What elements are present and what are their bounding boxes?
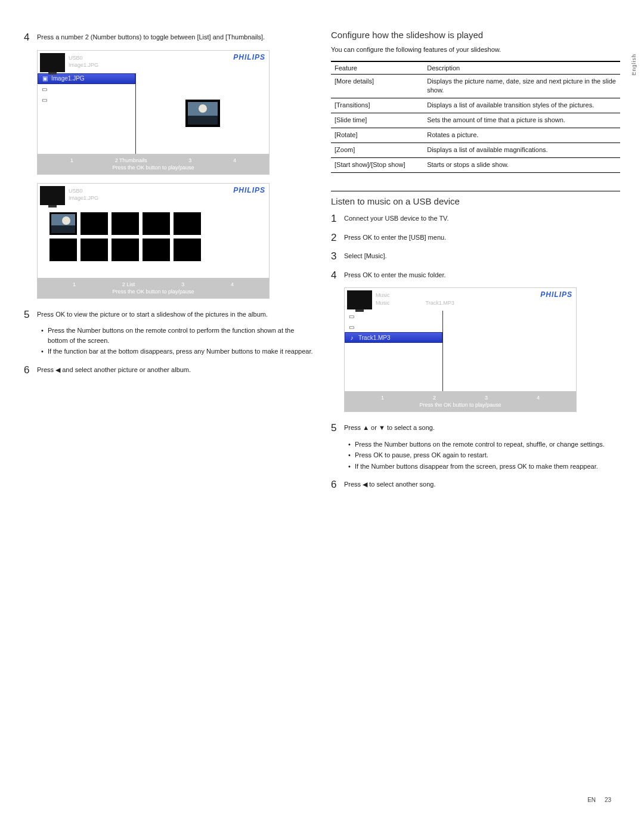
table-row: [Zoom]Displays a list of available magni… bbox=[331, 143, 620, 158]
screen-header-text: USB0 Image1.JPG bbox=[69, 186, 233, 202]
screen-path: Image1.JPG bbox=[69, 61, 233, 69]
cell-desc: Starts or stops a slide show. bbox=[423, 158, 620, 173]
bullet-item: Press the Number buttons on the remote c… bbox=[37, 326, 313, 345]
step-text: Press OK to view the picture or to start… bbox=[37, 307, 268, 323]
language-side-label: English bbox=[631, 54, 637, 76]
thumb-cell[interactable] bbox=[49, 212, 77, 235]
step-number: 5 bbox=[24, 307, 37, 323]
thumb-cell[interactable] bbox=[174, 239, 201, 261]
cell-feature: [Transitions] bbox=[331, 98, 423, 113]
thumbnail-grid bbox=[38, 206, 269, 278]
step-text: Select [Music]. bbox=[344, 249, 387, 264]
grid-row bbox=[49, 239, 257, 261]
left-step-6: 6 Press ◀ and select another picture or … bbox=[24, 363, 313, 378]
bullet-text: If the function bar at the bottom disapp… bbox=[48, 346, 313, 357]
table-row: [More details]Displays the picture name,… bbox=[331, 74, 620, 98]
table-row: [Transitions]Displays a list of availabl… bbox=[331, 98, 620, 113]
left-step-5: 5 Press OK to view the picture or to sta… bbox=[24, 307, 313, 323]
screen-header: USB0 Image1.JPG PHILIPS bbox=[38, 184, 269, 206]
cell-feature: [Slide time] bbox=[331, 113, 423, 128]
screen-header: Music Music Track1.MP3 PHILIPS bbox=[345, 288, 576, 311]
footer-hint: Press the OK button to play/pause bbox=[38, 165, 269, 171]
opt-3: 3 bbox=[485, 395, 488, 401]
opt-3: 3 bbox=[181, 281, 184, 287]
thumb-image bbox=[51, 214, 75, 233]
thumb-cell[interactable] bbox=[112, 239, 139, 261]
cell-feature: [More details] bbox=[331, 74, 423, 98]
table-row: [Rotate]Rotates a picture. bbox=[331, 128, 620, 143]
thumb-cell[interactable] bbox=[112, 212, 139, 235]
step-number: 2 bbox=[331, 230, 344, 246]
opt-2: 2 Thumbnails bbox=[115, 157, 147, 163]
thumb-cell[interactable] bbox=[143, 212, 170, 235]
opt-2: 2 bbox=[433, 395, 436, 401]
folder-icon bbox=[40, 97, 48, 103]
screen-path: Image1.JPG bbox=[69, 194, 233, 202]
thumb-cell[interactable] bbox=[174, 212, 201, 235]
heading-listen-music: Listen to music on a USB device bbox=[331, 191, 620, 206]
step-text: Press OK to enter the music folder. bbox=[344, 268, 446, 283]
step-text: Press ◀ and select another picture or an… bbox=[37, 363, 191, 378]
cell-feature: [Zoom] bbox=[331, 143, 423, 158]
cell-desc: Displays the picture name, date, size an… bbox=[423, 74, 620, 98]
opt-4: 4 bbox=[537, 395, 540, 401]
step-text: Press ◀ to select another song. bbox=[344, 477, 436, 493]
cell-desc: Displays a list of available magniﬁcatio… bbox=[423, 143, 620, 158]
thumb-cell[interactable] bbox=[80, 239, 108, 261]
list-item[interactable] bbox=[38, 84, 135, 95]
step-number: 1 bbox=[331, 211, 344, 227]
th-description: Description bbox=[423, 61, 620, 75]
music-note-icon bbox=[348, 335, 356, 341]
cell-feature: [Start show]/[Stop show] bbox=[331, 158, 423, 173]
folder-icon bbox=[40, 86, 48, 92]
page-columns: 4 Press a number 2 (Number buttons) to t… bbox=[24, 30, 620, 496]
bullet-text: Press OK to pause, press OK again to res… bbox=[355, 450, 488, 460]
step-number: 6 bbox=[24, 363, 37, 378]
thumb-cell[interactable] bbox=[143, 239, 170, 261]
picture-icon bbox=[41, 75, 49, 82]
footer-lang: EN bbox=[587, 797, 596, 803]
footer-options: 1 2 List 3 4 bbox=[38, 281, 269, 287]
screenshot-thumbnail-view: USB0 Image1.JPG PHILIPS bbox=[37, 183, 270, 299]
brand-logo: PHILIPS bbox=[233, 186, 265, 194]
thumb-cell[interactable] bbox=[80, 212, 108, 235]
tv-icon bbox=[347, 290, 372, 309]
music-step-5-bullets: Press the Number buttons on the remote c… bbox=[344, 439, 620, 472]
list-item-selected[interactable]: Image1.JPG bbox=[38, 73, 135, 84]
right-column: Conﬁgure how the slideshow is played You… bbox=[331, 30, 620, 496]
screen-header-text: USB0 Image1.JPG bbox=[69, 53, 233, 69]
screen-footer: 1 2 3 4 Press the OK button to play/paus… bbox=[345, 391, 576, 411]
step-5-bullets: Press the Number buttons on the remote c… bbox=[37, 326, 313, 357]
screenshot-list-view: USB0 Image1.JPG PHILIPS Image1.JPG bbox=[37, 50, 270, 175]
music-step-6: 6 Press ◀ to select another song. bbox=[331, 477, 620, 493]
thumb-cell[interactable] bbox=[49, 239, 77, 261]
list-item[interactable] bbox=[345, 321, 442, 332]
music-step-1: 1 Connect your USB device to the TV. bbox=[331, 211, 620, 227]
opt-1: 1 bbox=[73, 281, 76, 287]
screen-title: USB0 bbox=[69, 187, 233, 195]
footer-options: 1 2 Thumbnails 3 4 bbox=[38, 157, 269, 163]
bullet-text: Press the Number buttons on the remote c… bbox=[48, 326, 313, 345]
bullet-item: Press the Number buttons on the remote c… bbox=[344, 439, 620, 450]
cell-desc: Sets the amount of time that a picture i… bbox=[423, 113, 620, 128]
step-number: 6 bbox=[331, 477, 344, 493]
step-number: 4 bbox=[331, 268, 344, 283]
music-step-3: 3 Select [Music]. bbox=[331, 249, 620, 264]
feature-table: Feature Description [More details]Displa… bbox=[331, 61, 620, 174]
folder-icon bbox=[347, 313, 355, 320]
tv-icon bbox=[40, 53, 65, 72]
opt-3: 3 bbox=[188, 157, 191, 163]
list-item-selected[interactable]: Track1.MP3 bbox=[345, 332, 442, 343]
table-row: [Slide time]Sets the amount of time that… bbox=[331, 113, 620, 128]
folder-icon bbox=[347, 324, 355, 330]
screen-title: Music bbox=[376, 292, 540, 299]
list-item[interactable] bbox=[38, 95, 135, 106]
left-step-4: 4 Press a number 2 (Number buttons) to t… bbox=[24, 30, 313, 45]
screen-title: USB0 bbox=[69, 54, 233, 62]
step-text: Press a number 2 (Number buttons) to tog… bbox=[37, 30, 265, 45]
list-item[interactable] bbox=[345, 311, 442, 321]
bullet-text: If the Number buttons disappear from the… bbox=[355, 462, 598, 472]
preview-pane bbox=[136, 73, 269, 154]
footer-page-number: 23 bbox=[605, 797, 611, 803]
config-intro: You can conﬁgure the following features … bbox=[331, 45, 620, 55]
